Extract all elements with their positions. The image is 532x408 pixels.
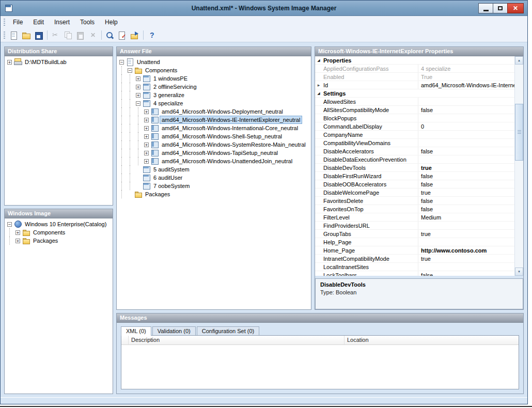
property-row[interactable]: CompatibilityViewDomains <box>315 139 514 147</box>
validate-button[interactable] <box>116 29 128 41</box>
property-row[interactable]: ▶Idamd64_Microsoft-Windows-IE-InternetEx <box>315 81 514 89</box>
copy-button[interactable] <box>62 29 74 41</box>
create-config-set-button[interactable] <box>129 29 140 41</box>
property-value[interactable]: false <box>418 106 514 114</box>
titlebar[interactable]: Unattend.xml* - Windows System Image Man… <box>1 1 527 16</box>
property-row[interactable]: AllSitesCompatibilityModefalse <box>315 106 514 114</box>
property-value[interactable]: true <box>418 189 514 196</box>
tree-node[interactable]: 5 auditSystem <box>118 165 310 174</box>
property-value[interactable]: 0 <box>418 122 514 130</box>
tree-node[interactable]: −Unattend <box>118 58 310 66</box>
property-row[interactable]: LockToolbarsfalse <box>315 271 514 276</box>
property-value[interactable]: false <box>418 180 514 188</box>
menu-edit[interactable]: Edit <box>28 17 49 27</box>
property-row[interactable]: DisableFirstRunWizardfalse <box>315 172 514 180</box>
expand-toggle-icon[interactable]: + <box>136 93 140 98</box>
property-value[interactable]: false <box>418 147 514 155</box>
property-value[interactable]: false <box>418 172 514 180</box>
paste-button[interactable] <box>74 29 86 41</box>
menu-help[interactable]: Help <box>100 17 123 27</box>
group-collapse-icon[interactable]: ◢ <box>315 89 322 97</box>
property-row[interactable]: GroupTabstrue <box>315 230 514 238</box>
save-button[interactable] <box>33 29 44 41</box>
tree-node[interactable]: +amd64_Microsoft-Windows-Shell-Setup_neu… <box>118 132 310 140</box>
scroll-up-arrow-icon[interactable]: ▲ <box>515 56 523 65</box>
property-row[interactable]: IntranetCompatibilityModetrue <box>315 255 514 263</box>
tree-node[interactable]: 7 oobeSystem <box>118 182 310 190</box>
tree-node[interactable]: +D:\MDTBuildLab <box>6 58 112 66</box>
property-value[interactable]: true <box>418 164 514 171</box>
tree-node[interactable]: −Components <box>118 66 310 74</box>
expand-toggle-icon[interactable]: + <box>144 134 149 139</box>
messages-list-body[interactable] <box>121 345 519 389</box>
property-value[interactable] <box>418 155 514 163</box>
property-row[interactable]: AppliedConfigurationPass4 specialize <box>315 65 514 73</box>
menu-tools[interactable]: Tools <box>75 17 100 27</box>
tree-node[interactable]: Packages <box>118 190 310 198</box>
tree-node[interactable]: +amd64_Microsoft-Windows-International-C… <box>118 124 310 132</box>
expand-toggle-icon[interactable]: + <box>144 109 149 114</box>
group-collapse-icon[interactable]: ◢ <box>315 56 322 64</box>
property-group-row[interactable]: ◢Properties <box>315 56 514 65</box>
expand-toggle-icon[interactable]: + <box>144 151 149 155</box>
cut-button[interactable] <box>50 29 61 41</box>
tab-xml[interactable]: XML (0) <box>121 326 151 336</box>
property-value[interactable] <box>418 56 514 64</box>
expand-toggle-icon[interactable]: + <box>144 118 149 122</box>
tab-configuration-set[interactable]: Configuration Set (0) <box>197 326 260 335</box>
property-row[interactable]: FavoritesOnTopfalse <box>315 205 514 213</box>
properties-scrollbar[interactable]: ▲ ▼ <box>514 56 523 276</box>
property-row[interactable]: FilterLevelMedium <box>315 213 514 222</box>
property-value[interactable]: true <box>418 230 514 238</box>
tree-node[interactable]: +Packages <box>6 237 112 245</box>
expand-toggle-icon[interactable]: + <box>15 239 20 243</box>
tree-node[interactable]: +amd64_Microsoft-Windows-SystemRestore-M… <box>118 140 310 149</box>
property-group-row[interactable]: ◢Settings <box>315 89 514 98</box>
expand-toggle-icon[interactable]: + <box>144 143 149 147</box>
new-file-button[interactable] <box>8 29 20 41</box>
expand-toggle-icon[interactable]: + <box>15 230 20 235</box>
property-value[interactable] <box>418 89 514 97</box>
property-row[interactable]: Home_Pagehttp://www.contoso.com <box>315 246 514 255</box>
minimize-button[interactable] <box>478 3 493 13</box>
open-file-button[interactable] <box>20 29 32 41</box>
messages-location-column-header[interactable]: Location <box>345 336 519 345</box>
property-value[interactable]: http://www.contoso.com <box>418 246 514 254</box>
property-row[interactable]: CommandLabelDisplay0 <box>315 122 514 131</box>
property-value[interactable]: true <box>418 255 514 262</box>
menu-file[interactable]: File <box>8 17 28 27</box>
expand-toggle-icon[interactable]: + <box>144 126 149 131</box>
property-row[interactable]: DisableOOBAcceleratorsfalse <box>315 180 514 189</box>
property-row[interactable]: Help_Page <box>315 238 514 246</box>
property-value[interactable]: amd64_Microsoft-Windows-IE-InternetEx <box>418 81 514 89</box>
property-value[interactable] <box>418 139 514 147</box>
find-button[interactable] <box>104 29 116 41</box>
messages-description-column-header[interactable]: Description <box>129 336 345 345</box>
scrollbar-thumb[interactable] <box>515 104 523 161</box>
expand-toggle-icon[interactable]: + <box>136 85 140 89</box>
property-value[interactable]: True <box>418 73 514 81</box>
maximize-button[interactable] <box>493 3 508 13</box>
property-value[interactable]: 4 specialize <box>418 65 514 72</box>
expand-toggle-icon[interactable]: + <box>136 76 140 81</box>
expand-toggle-icon[interactable]: + <box>144 159 149 164</box>
tree-node[interactable]: −4 specialize <box>118 99 310 107</box>
expand-toggle-icon[interactable]: + <box>7 60 12 65</box>
tree-node[interactable]: +amd64_Microsoft-Windows-UnattendedJoin_… <box>118 157 310 165</box>
property-value[interactable] <box>418 131 514 138</box>
tree-node[interactable]: +amd64_Microsoft-Windows-Deployment_neut… <box>118 107 310 116</box>
tree-node[interactable]: 6 auditUser <box>118 174 310 182</box>
tree-node[interactable]: +2 offlineServicing <box>118 83 310 91</box>
property-row[interactable]: LocalIntranetSites <box>315 263 514 271</box>
property-row[interactable]: FindProvidersURL <box>315 222 514 230</box>
property-value[interactable] <box>418 263 514 271</box>
tab-validation[interactable]: Validation (0) <box>152 326 196 335</box>
property-value[interactable]: Medium <box>418 213 514 221</box>
property-row[interactable]: CompanyName <box>315 131 514 139</box>
property-row[interactable]: AllowedSites <box>315 98 514 106</box>
property-row[interactable]: DisableWelcomePagetrue <box>315 189 514 197</box>
tree-node[interactable]: +amd64_Microsoft-Windows-TapiSetup_neutr… <box>118 149 310 157</box>
tree-node[interactable]: +1 windowsPE <box>118 74 310 83</box>
property-value[interactable]: false <box>418 197 514 205</box>
property-value[interactable]: false <box>418 205 514 213</box>
